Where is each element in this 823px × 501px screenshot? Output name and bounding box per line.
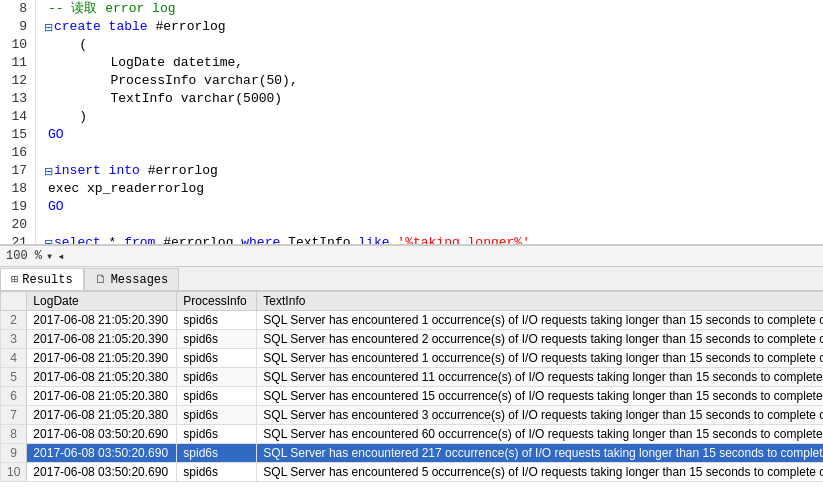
cell-logdate: 2017-06-08 21:05:20.390	[27, 311, 177, 330]
cell-textinfo: SQL Server has encountered 11 occurrence…	[257, 368, 823, 387]
zoom-level: 100 %	[6, 249, 42, 263]
cell-procinfo: spid6s	[177, 444, 257, 463]
cell-logdate: 2017-06-08 21:05:20.380	[27, 406, 177, 425]
col-header-procinfo: ProcessInfo	[177, 292, 257, 311]
col-header-logdate: LogDate	[27, 292, 177, 311]
table-row[interactable]: 8 2017-06-08 03:50:20.690 spid6s SQL Ser…	[1, 425, 824, 444]
cell-textinfo: SQL Server has encountered 1 occurrence(…	[257, 349, 823, 368]
fold-icon-9[interactable]: ⊟	[44, 18, 53, 36]
code-line-11: LogDate datetime,	[44, 54, 823, 72]
code-line-15: GO	[44, 126, 823, 144]
code-line-14: )	[44, 108, 823, 126]
table-header-row: LogDate ProcessInfo TextInfo	[1, 292, 824, 311]
results-table-container[interactable]: LogDate ProcessInfo TextInfo 2 2017-06-0…	[0, 291, 823, 501]
messages-icon: 🗋	[95, 272, 107, 287]
cell-textinfo: SQL Server has encountered 1 occurrence(…	[257, 311, 823, 330]
code-line-10: (	[44, 36, 823, 54]
table-row[interactable]: 4 2017-06-08 21:05:20.390 spid6s SQL Ser…	[1, 349, 824, 368]
cell-textinfo: SQL Server has encountered 60 occurrence…	[257, 425, 823, 444]
table-row[interactable]: 3 2017-06-08 21:05:20.390 spid6s SQL Ser…	[1, 330, 824, 349]
cell-rownum: 6	[1, 387, 27, 406]
cell-logdate: 2017-06-08 21:05:20.380	[27, 368, 177, 387]
fold-placeholder	[44, 90, 47, 108]
code-line-18: exec xp_readerrorlog	[44, 180, 823, 198]
results-panel: ⊞ Results 🗋 Messages LogDate ProcessInfo…	[0, 267, 823, 501]
tab-results[interactable]: ⊞ Results	[0, 268, 84, 290]
code-line-21: ⊟ select * from #errorlog where TextInfo…	[44, 234, 823, 244]
cell-procinfo: spid6s	[177, 387, 257, 406]
code-content[interactable]: -- 读取 error log ⊟ create table #errorlog…	[36, 0, 823, 244]
code-line-19: GO	[44, 198, 823, 216]
cell-rownum: 9	[1, 444, 27, 463]
cell-procinfo: spid6s	[177, 330, 257, 349]
fold-placeholder	[44, 0, 47, 18]
tab-messages[interactable]: 🗋 Messages	[84, 268, 180, 290]
cell-logdate: 2017-06-08 03:50:20.690	[27, 444, 177, 463]
table-row[interactable]: 6 2017-06-08 21:05:20.380 spid6s SQL Ser…	[1, 387, 824, 406]
tab-results-label: Results	[22, 273, 72, 287]
cell-textinfo: SQL Server has encountered 15 occurrence…	[257, 387, 823, 406]
zoom-dropdown-arrow[interactable]: ▾	[46, 249, 53, 264]
cell-procinfo: spid6s	[177, 349, 257, 368]
col-header-textinfo: TextInfo	[257, 292, 823, 311]
cell-logdate: 2017-06-08 03:50:20.690	[27, 425, 177, 444]
cell-textinfo: SQL Server has encountered 217 occurrenc…	[257, 444, 823, 463]
table-row[interactable]: 2 2017-06-08 21:05:20.390 spid6s SQL Ser…	[1, 311, 824, 330]
code-line-13: TextInfo varchar(5000)	[44, 90, 823, 108]
fold-placeholder	[44, 54, 47, 72]
cell-rownum: 4	[1, 349, 27, 368]
table-row[interactable]: 7 2017-06-08 21:05:20.380 spid6s SQL Ser…	[1, 406, 824, 425]
code-line-17: ⊟ insert into #errorlog	[44, 162, 823, 180]
cell-textinfo: SQL Server has encountered 2 occurrence(…	[257, 330, 823, 349]
cell-rownum: 2	[1, 311, 27, 330]
table-row[interactable]: 9 2017-06-08 03:50:20.690 spid6s SQL Ser…	[1, 444, 824, 463]
fold-icon-21[interactable]: ⊟	[44, 234, 53, 244]
zoom-back-arrow[interactable]: ◂	[57, 249, 64, 264]
fold-placeholder	[44, 36, 47, 54]
cell-procinfo: spid6s	[177, 406, 257, 425]
fold-placeholder	[44, 108, 47, 126]
table-body: 2 2017-06-08 21:05:20.390 spid6s SQL Ser…	[1, 311, 824, 482]
result-tabs: ⊞ Results 🗋 Messages	[0, 267, 823, 291]
cell-procinfo: spid6s	[177, 425, 257, 444]
fold-placeholder	[44, 198, 47, 216]
cell-procinfo: spid6s	[177, 311, 257, 330]
cell-logdate: 2017-06-08 21:05:20.380	[27, 387, 177, 406]
code-line-8: -- 读取 error log	[44, 0, 823, 18]
cell-procinfo: spid6s	[177, 368, 257, 387]
results-icon: ⊞	[11, 272, 18, 287]
cell-logdate: 2017-06-08 21:05:20.390	[27, 330, 177, 349]
cell-procinfo: spid6s	[177, 463, 257, 482]
cell-rownum: 8	[1, 425, 27, 444]
cell-rownum: 5	[1, 368, 27, 387]
cell-rownum: 3	[1, 330, 27, 349]
cell-logdate: 2017-06-08 21:05:20.390	[27, 349, 177, 368]
fold-icon-17[interactable]: ⊟	[44, 162, 53, 180]
fold-placeholder	[44, 180, 47, 198]
code-lines-container: 8 9 10 11 12 13 14 15 16 17 18 19 20 21 …	[0, 0, 823, 244]
line-numbers: 8 9 10 11 12 13 14 15 16 17 18 19 20 21 …	[0, 0, 36, 244]
tab-messages-label: Messages	[111, 273, 169, 287]
cell-rownum: 7	[1, 406, 27, 425]
zoom-bar: 100 % ▾ ◂	[0, 245, 823, 267]
code-line-9: ⊟ create table #errorlog	[44, 18, 823, 36]
fold-placeholder	[44, 216, 47, 234]
fold-placeholder	[44, 72, 47, 90]
col-header-rownum	[1, 292, 27, 311]
code-editor[interactable]: 8 9 10 11 12 13 14 15 16 17 18 19 20 21 …	[0, 0, 823, 245]
code-line-20	[44, 216, 823, 234]
cell-logdate: 2017-06-08 03:50:20.690	[27, 463, 177, 482]
fold-placeholder	[44, 144, 47, 162]
code-line-16	[44, 144, 823, 162]
cell-textinfo: SQL Server has encountered 3 occurrence(…	[257, 406, 823, 425]
cell-textinfo: SQL Server has encountered 5 occurrence(…	[257, 463, 823, 482]
cell-rownum: 10	[1, 463, 27, 482]
table-row[interactable]: 10 2017-06-08 03:50:20.690 spid6s SQL Se…	[1, 463, 824, 482]
table-row[interactable]: 5 2017-06-08 21:05:20.380 spid6s SQL Ser…	[1, 368, 824, 387]
code-line-12: ProcessInfo varchar(50),	[44, 72, 823, 90]
results-table: LogDate ProcessInfo TextInfo 2 2017-06-0…	[0, 291, 823, 482]
fold-placeholder	[44, 126, 47, 144]
